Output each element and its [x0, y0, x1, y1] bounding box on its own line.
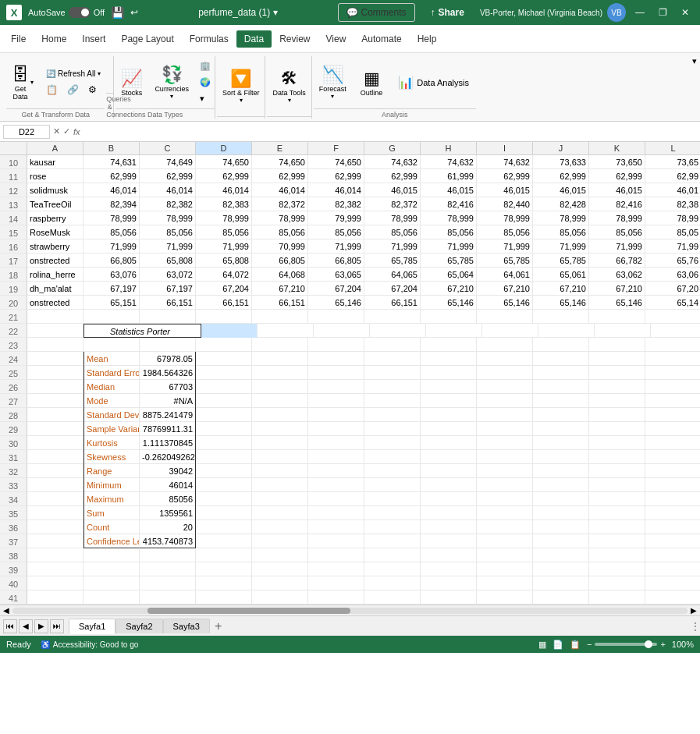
sort-filter-button[interactable]: 🔽 Sort & Filter ▾: [217, 65, 265, 108]
col-header-d[interactable]: D: [196, 142, 252, 154]
cell[interactable]: [252, 352, 308, 366]
cell[interactable]: [589, 492, 645, 506]
cell[interactable]: [252, 310, 308, 324]
cell[interactable]: [308, 464, 364, 478]
cell[interactable]: 65,061: [533, 268, 589, 282]
cell[interactable]: [645, 352, 700, 366]
data-type-btn3[interactable]: ▾: [196, 91, 215, 106]
cell[interactable]: [421, 394, 477, 408]
cell[interactable]: [477, 548, 533, 562]
cell[interactable]: 78,999: [477, 211, 533, 225]
cell[interactable]: [533, 366, 589, 380]
cell[interactable]: [533, 422, 589, 436]
cell[interactable]: [589, 366, 645, 380]
cell[interactable]: [27, 310, 84, 324]
cell[interactable]: 78,99: [645, 211, 700, 225]
cell[interactable]: Standard Error: [84, 366, 140, 380]
cell[interactable]: 65,785: [477, 254, 533, 268]
cell[interactable]: [196, 380, 252, 394]
cell[interactable]: 63,072: [140, 268, 196, 282]
cell[interactable]: 78,999: [421, 211, 477, 225]
cell[interactable]: [252, 506, 308, 520]
cell[interactable]: [364, 548, 421, 562]
horizontal-scrollbar[interactable]: ◀ ▶: [0, 605, 700, 615]
cell[interactable]: [533, 534, 589, 548]
cell[interactable]: 62,999: [477, 169, 533, 183]
cell[interactable]: 71,999: [533, 239, 589, 254]
cell[interactable]: 20: [140, 520, 196, 534]
cell[interactable]: 62,999: [84, 169, 140, 183]
cell[interactable]: [196, 562, 252, 576]
cell[interactable]: 70,999: [252, 239, 308, 254]
cell[interactable]: [645, 366, 700, 380]
cell[interactable]: [140, 548, 196, 562]
cell[interactable]: [595, 324, 651, 338]
scroll-thumb[interactable]: [147, 608, 350, 614]
cell[interactable]: [533, 380, 589, 394]
cell[interactable]: [196, 352, 252, 366]
cell[interactable]: [589, 436, 645, 450]
menu-insert[interactable]: Insert: [74, 30, 113, 48]
cell[interactable]: [27, 492, 84, 506]
col-header-f[interactable]: F: [308, 142, 364, 154]
cell[interactable]: [589, 380, 645, 394]
cell[interactable]: [477, 310, 533, 324]
cell[interactable]: [196, 464, 252, 478]
cell[interactable]: 74,632: [421, 155, 477, 169]
cell[interactable]: 65,14: [645, 296, 700, 310]
cell[interactable]: [196, 492, 252, 506]
cell[interactable]: 67,210: [252, 282, 308, 296]
cell[interactable]: 64,061: [477, 268, 533, 282]
cell[interactable]: 66,151: [364, 296, 421, 310]
sheet-prev-btn[interactable]: ◀: [19, 619, 33, 633]
cell[interactable]: [364, 394, 421, 408]
cell[interactable]: [308, 352, 364, 366]
cell[interactable]: [533, 338, 589, 352]
cell-reference-input[interactable]: [3, 125, 50, 139]
cell[interactable]: [27, 562, 84, 576]
menu-formulas[interactable]: Formulas: [182, 30, 236, 48]
cell[interactable]: 64,072: [196, 268, 252, 282]
page-break-view-icon[interactable]: 📋: [570, 640, 581, 650]
cell[interactable]: [589, 506, 645, 520]
cell[interactable]: [308, 394, 364, 408]
cell[interactable]: [426, 324, 482, 338]
cell[interactable]: [308, 408, 364, 422]
cell[interactable]: [196, 422, 252, 436]
cell[interactable]: [252, 478, 308, 492]
cell[interactable]: [589, 520, 645, 534]
cell[interactable]: [27, 576, 84, 590]
cell[interactable]: strawberry: [27, 239, 84, 254]
cell[interactable]: 85,056: [84, 225, 140, 239]
cell[interactable]: 65,76: [645, 254, 700, 268]
cell[interactable]: Statistics Porter: [84, 324, 196, 338]
cell[interactable]: 46,014: [140, 183, 196, 197]
cell[interactable]: [27, 408, 84, 422]
cell[interactable]: [421, 464, 477, 478]
cell[interactable]: [252, 366, 308, 380]
cell[interactable]: 66,805: [252, 254, 308, 268]
cell[interactable]: [308, 562, 364, 576]
cell[interactable]: [252, 408, 308, 422]
cell[interactable]: 85,056: [421, 225, 477, 239]
cell[interactable]: [196, 450, 252, 464]
cell[interactable]: [533, 576, 589, 590]
cell[interactable]: 46,015: [364, 183, 421, 197]
cell[interactable]: [477, 394, 533, 408]
cell[interactable]: [27, 534, 84, 548]
cell[interactable]: [477, 422, 533, 436]
cell[interactable]: 85,05: [645, 225, 700, 239]
cell[interactable]: [196, 366, 252, 380]
cell[interactable]: 85,056: [140, 225, 196, 239]
cell[interactable]: 61,999: [421, 169, 477, 183]
cell[interactable]: [421, 548, 477, 562]
cell[interactable]: 65,785: [533, 254, 589, 268]
cell[interactable]: 78,999: [252, 211, 308, 225]
cell[interactable]: 74,650: [196, 155, 252, 169]
cell[interactable]: [84, 562, 140, 576]
cell[interactable]: [477, 520, 533, 534]
col-header-c[interactable]: C: [140, 142, 196, 154]
cell[interactable]: [589, 576, 645, 590]
cell[interactable]: 71,999: [140, 239, 196, 254]
col-header-i[interactable]: I: [477, 142, 533, 154]
